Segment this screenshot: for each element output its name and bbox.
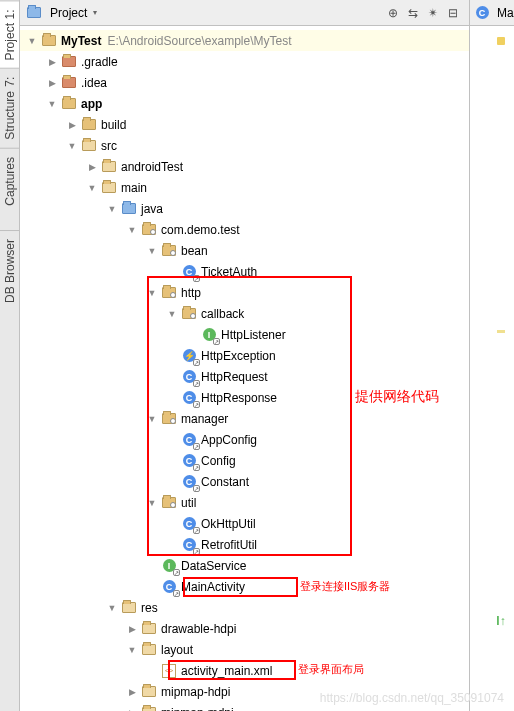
panel-title: Project bbox=[50, 6, 87, 20]
tree-node[interactable]: ▶androidTest bbox=[20, 156, 469, 177]
tree-node[interactable]: ▼java bbox=[20, 198, 469, 219]
tab-captures[interactable]: Captures bbox=[0, 148, 19, 230]
class-icon: C bbox=[181, 264, 197, 280]
package-icon bbox=[161, 243, 177, 259]
gear-icon[interactable]: ✴ bbox=[423, 3, 443, 23]
editor-gutter: I↑ bbox=[470, 26, 514, 711]
target-icon[interactable]: ⊕ bbox=[383, 3, 403, 23]
tree-node[interactable]: ▶⚡HttpException bbox=[20, 345, 469, 366]
class-icon: C bbox=[474, 5, 490, 21]
folder-icon bbox=[101, 180, 117, 196]
collapse-icon[interactable]: ⇆ bbox=[403, 3, 423, 23]
interface-icon: I bbox=[201, 327, 217, 343]
arrow-right-icon[interactable]: ▶ bbox=[126, 623, 138, 635]
tree-node[interactable]: ▼main bbox=[20, 177, 469, 198]
arrow-down-icon[interactable]: ▼ bbox=[146, 287, 158, 299]
class-icon: C bbox=[181, 432, 197, 448]
interface-icon: I bbox=[161, 558, 177, 574]
tab-structure[interactable]: Structure7: bbox=[0, 68, 19, 148]
tree-node[interactable]: ▶drawable-hdpi bbox=[20, 618, 469, 639]
tree-node[interactable]: ▶.gradle bbox=[20, 51, 469, 72]
tree-node[interactable]: ▶CConfig bbox=[20, 450, 469, 471]
module-icon bbox=[61, 96, 77, 112]
hide-icon[interactable]: ⊟ bbox=[443, 3, 463, 23]
arrow-down-icon[interactable]: ▼ bbox=[126, 224, 138, 236]
folder-icon bbox=[141, 705, 157, 712]
project-icon bbox=[26, 5, 42, 21]
tree-node[interactable]: ▼res bbox=[20, 597, 469, 618]
tab-index: 1: bbox=[3, 9, 17, 19]
arrow-down-icon[interactable]: ▼ bbox=[86, 182, 98, 194]
arrow-down-icon[interactable]: ▼ bbox=[146, 245, 158, 257]
tab-project[interactable]: Project1: bbox=[0, 0, 19, 68]
tree-node[interactable]: ▶IDataService bbox=[20, 555, 469, 576]
arrow-right-icon[interactable]: ▶ bbox=[86, 161, 98, 173]
arrow-right-icon[interactable]: ▶ bbox=[126, 707, 138, 712]
tree-node[interactable]: ▶CAppConfig bbox=[20, 429, 469, 450]
folder-icon bbox=[141, 684, 157, 700]
folder-icon bbox=[61, 75, 77, 91]
tree-node[interactable]: ▶CTicketAuth bbox=[20, 261, 469, 282]
tab-db-browser[interactable]: DB Browser bbox=[0, 230, 19, 327]
tree-node-root[interactable]: ▼MyTestE:\AndroidSource\example\MyTest bbox=[20, 30, 469, 51]
project-tree[interactable]: ▼MyTestE:\AndroidSource\example\MyTest ▶… bbox=[20, 26, 469, 711]
tree-node[interactable]: ▶mipmap-mdpi bbox=[20, 702, 469, 711]
tree-node[interactable]: ▼manager bbox=[20, 408, 469, 429]
change-marker[interactable] bbox=[496, 326, 506, 336]
arrow-down-icon[interactable]: ▼ bbox=[166, 308, 178, 320]
folder-icon bbox=[121, 600, 137, 616]
tree-node[interactable]: ▼com.demo.test bbox=[20, 219, 469, 240]
vertical-tab-bar: Project1: Structure7: Captures DB Browse… bbox=[0, 0, 20, 711]
arrow-down-icon[interactable]: ▼ bbox=[146, 413, 158, 425]
tree-node[interactable]: ▼bean bbox=[20, 240, 469, 261]
camera-icon bbox=[4, 210, 16, 222]
arrow-down-icon[interactable]: ▼ bbox=[26, 35, 38, 47]
tree-node[interactable]: ▶COkHttpUtil bbox=[20, 513, 469, 534]
tree-node[interactable]: ▶CRetrofitUtil bbox=[20, 534, 469, 555]
warning-marker[interactable] bbox=[496, 36, 506, 46]
package-icon bbox=[161, 411, 177, 427]
package-icon bbox=[181, 306, 197, 322]
arrow-right-icon[interactable]: ▶ bbox=[126, 686, 138, 698]
tree-node[interactable]: ▼util bbox=[20, 492, 469, 513]
tree-node[interactable]: ▼callback bbox=[20, 303, 469, 324]
tree-node[interactable]: ▶CHttpResponse bbox=[20, 387, 469, 408]
tree-node[interactable]: ▶CMainActivity bbox=[20, 576, 469, 597]
arrow-down-icon[interactable]: ▼ bbox=[46, 98, 58, 110]
folder-icon bbox=[141, 642, 157, 658]
implement-marker[interactable]: I↑ bbox=[496, 616, 506, 626]
tree-node[interactable]: ▶activity_main.xml bbox=[20, 660, 469, 681]
folder-icon bbox=[61, 54, 77, 70]
class-icon: C bbox=[181, 516, 197, 532]
tree-node[interactable]: ▼app bbox=[20, 93, 469, 114]
folder-icon bbox=[101, 159, 117, 175]
arrow-down-icon[interactable]: ▼ bbox=[66, 140, 78, 152]
arrow-right-icon[interactable]: ▶ bbox=[46, 56, 58, 68]
arrow-down-icon[interactable]: ▼ bbox=[146, 497, 158, 509]
xml-icon bbox=[161, 663, 177, 679]
folder-icon bbox=[121, 201, 137, 217]
tree-node[interactable]: ▶CConstant bbox=[20, 471, 469, 492]
folder-icon bbox=[81, 117, 97, 133]
arrow-down-icon[interactable]: ▼ bbox=[106, 602, 118, 614]
tree-node[interactable]: ▶CHttpRequest bbox=[20, 366, 469, 387]
tree-node[interactable]: ▶mipmap-hdpi bbox=[20, 681, 469, 702]
arrow-right-icon[interactable]: ▶ bbox=[46, 77, 58, 89]
package-icon bbox=[161, 285, 177, 301]
tree-node[interactable]: ▼http bbox=[20, 282, 469, 303]
tree-node[interactable]: ▶.idea bbox=[20, 72, 469, 93]
class-icon: C bbox=[181, 474, 197, 490]
tab-index: 7: bbox=[3, 77, 17, 87]
tree-node[interactable]: ▼src bbox=[20, 135, 469, 156]
editor-tab[interactable]: CMai bbox=[470, 0, 514, 26]
tree-node[interactable]: ▶IHttpListener bbox=[20, 324, 469, 345]
class-icon: C bbox=[181, 453, 197, 469]
arrow-down-icon[interactable]: ▼ bbox=[106, 203, 118, 215]
tree-node[interactable]: ▼layout bbox=[20, 639, 469, 660]
package-icon bbox=[141, 222, 157, 238]
tree-node[interactable]: ▶build bbox=[20, 114, 469, 135]
arrow-right-icon[interactable]: ▶ bbox=[66, 119, 78, 131]
arrow-down-icon[interactable]: ▼ bbox=[126, 644, 138, 656]
class-icon: C bbox=[161, 579, 177, 595]
dropdown-icon[interactable]: ▾ bbox=[93, 8, 97, 17]
